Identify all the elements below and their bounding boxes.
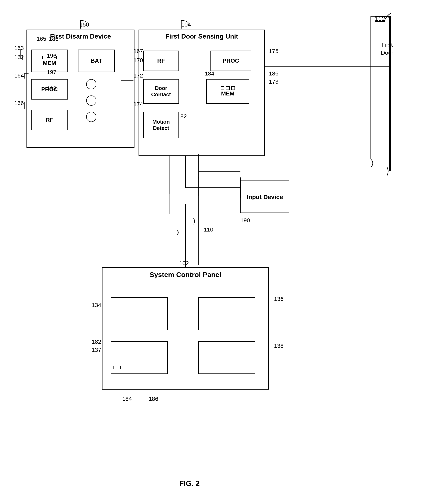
first-door-sensing-unit-box: First Door Sensing Unit RF PROC DoorCont… <box>139 30 265 156</box>
mem-label-door: MEM <box>221 90 234 97</box>
ref-110: 110 <box>204 226 213 233</box>
door-right-arrow <box>263 30 273 70</box>
diagram-container: First Disarm Device MEM BAT PROC RF 150 <box>0 0 425 504</box>
ref-165: 165 <box>37 36 46 42</box>
first-door-label: FirstDoor <box>375 41 399 57</box>
line-to-door <box>264 61 392 71</box>
ref-136: 136 <box>274 296 284 302</box>
mem-squares-door <box>220 86 235 90</box>
rf-label-door: RF <box>157 58 165 64</box>
ref-102: 102 <box>179 260 189 266</box>
system-control-panel-box: System Control Panel <box>102 267 269 389</box>
mem-label-disarm: MEM <box>43 60 56 66</box>
scp-box-137 <box>111 341 168 374</box>
ref-196: 196 <box>47 53 56 59</box>
circle-197 <box>86 95 96 106</box>
first-door-bar <box>389 16 391 171</box>
bat-label: BAT <box>91 58 102 64</box>
rf-box-door: RF <box>143 51 179 71</box>
door-bottom-wave <box>385 167 395 177</box>
rf-label-disarm: RF <box>46 117 53 123</box>
ref-138: 138 <box>274 343 284 349</box>
system-control-panel-label: System Control Panel <box>102 268 268 280</box>
ref-173: 173 <box>269 79 279 85</box>
disarm-ref-arrows <box>10 30 31 152</box>
rf-box-disarm: RF <box>31 110 68 130</box>
ref-198: 198 <box>47 85 56 92</box>
sq3 <box>231 86 235 90</box>
sq-a <box>113 366 117 369</box>
ref-112: 112 <box>375 15 385 22</box>
scp-box-138 <box>198 341 255 374</box>
circle-196 <box>86 79 96 89</box>
motion-detect-box: MotionDetect <box>143 112 179 138</box>
first-door-sensing-label: First Door Sensing Unit <box>139 30 264 42</box>
sq-b <box>120 366 124 369</box>
ref-184b: 184 <box>122 396 132 402</box>
input-device-label: Input Device <box>247 193 283 201</box>
sq2 <box>226 86 230 90</box>
door-ref-arrows <box>113 30 142 162</box>
scp-box-134 <box>111 297 168 330</box>
bus-line <box>192 177 212 265</box>
ref-182a: 182 <box>177 113 187 120</box>
ref-182b: 182 <box>92 339 101 345</box>
proc-label-door: PROC <box>223 58 239 64</box>
ref-197: 197 <box>47 69 56 75</box>
ref-190: 190 <box>240 217 250 224</box>
sq-c <box>126 366 129 369</box>
bat-box: BAT <box>78 50 115 72</box>
ref-150-arrow <box>74 18 95 31</box>
sq1 <box>221 86 224 90</box>
mem-box-door: MEM <box>206 79 249 104</box>
fig-label: FIG. 2 <box>159 479 220 488</box>
ref-104-arrow <box>175 18 196 31</box>
ref-186c: 186 <box>149 396 158 402</box>
motion-detect-label: MotionDetect <box>153 119 170 131</box>
ref-184a: 184 <box>205 70 214 77</box>
circle-198 <box>86 112 96 122</box>
proc-box-door: PROC <box>211 51 251 71</box>
door-contact-box: DoorContact <box>143 79 179 104</box>
scp-squares <box>113 365 130 370</box>
square1 <box>42 56 46 59</box>
scp-box-136 <box>198 297 255 330</box>
ref-186a: 186 <box>49 36 59 42</box>
ref-137: 137 <box>92 347 101 353</box>
door-contact-label: DoorContact <box>151 85 171 98</box>
ref-134: 134 <box>92 302 101 308</box>
